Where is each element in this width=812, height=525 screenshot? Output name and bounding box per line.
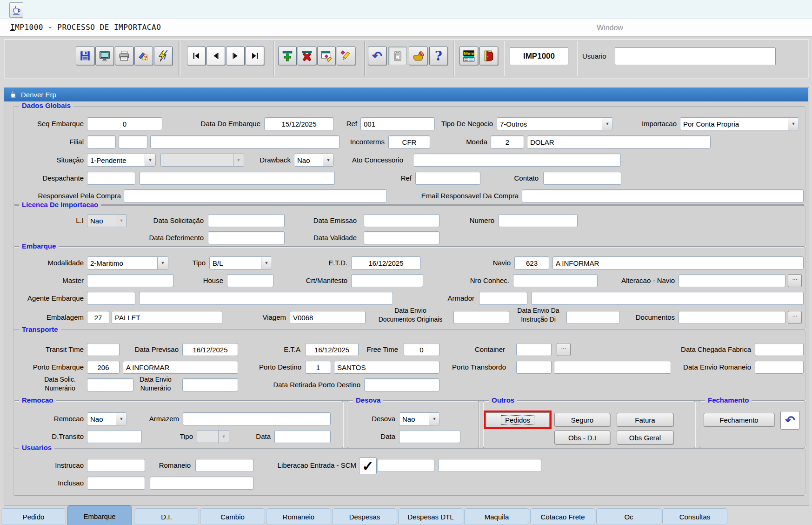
remocao-data-input[interactable] <box>274 430 331 443</box>
data-envio-doc-input[interactable] <box>453 311 509 324</box>
data-chegada-fabrica-input[interactable] <box>755 343 804 356</box>
tab-despesas[interactable]: Despesas <box>332 508 397 525</box>
frame-title-bar[interactable]: Denver Erp <box>4 88 808 101</box>
instrucao-input[interactable] <box>87 459 145 472</box>
transit-time-input[interactable] <box>87 343 120 356</box>
embalagem-code-input[interactable]: 27 <box>87 311 109 324</box>
crt-manifesto-input[interactable] <box>351 274 423 287</box>
embalagem-name-input[interactable]: PALLET <box>112 311 222 324</box>
ato-concessorio-input[interactable] <box>413 154 621 167</box>
delete-record-button[interactable] <box>298 47 316 65</box>
moeda-code-input[interactable]: 2 <box>491 135 524 148</box>
tab-despesas-dtl[interactable]: Despesas DTL <box>398 508 463 525</box>
drawback-select[interactable]: Nao <box>294 154 334 167</box>
data-solicitacao-input[interactable] <box>208 214 285 227</box>
data-deferimento-input[interactable] <box>208 231 285 244</box>
armador-name-input[interactable] <box>531 292 804 305</box>
inclusao-name-input[interactable] <box>150 477 253 490</box>
screen-button[interactable] <box>95 47 114 65</box>
navio-code-input[interactable]: 623 <box>514 256 549 269</box>
tab-oc[interactable]: Oc <box>596 508 661 525</box>
obs-di-button[interactable]: Obs - D.I <box>554 431 610 444</box>
tab-romaneio[interactable]: Romaneio <box>266 508 331 525</box>
situacao-extra-select[interactable] <box>160 154 244 167</box>
despachante-code-input[interactable] <box>87 172 135 185</box>
porto-destino-name-input[interactable]: SANTOS <box>334 361 439 374</box>
java-app-button[interactable] <box>9 2 23 18</box>
liberacao-name-input[interactable] <box>438 459 541 472</box>
porto-transbordo-name-input[interactable] <box>554 361 671 374</box>
house-input[interactable] <box>227 274 273 287</box>
data-do-embarque-input[interactable]: 15/12/2025 <box>264 117 334 130</box>
undo-button[interactable]: ↶ <box>368 47 386 65</box>
remocao-select[interactable]: Nao <box>87 412 127 425</box>
inconterms-input[interactable]: CFR <box>388 135 430 148</box>
pedidos-button[interactable]: Pedidos <box>486 412 550 427</box>
tab-cambio[interactable]: Cambio <box>200 508 265 525</box>
obs-geral-button[interactable]: Obs Geral <box>617 431 673 444</box>
liberacao-scm-checkbox[interactable]: ✓ <box>359 458 377 474</box>
ref-input[interactable]: 001 <box>360 117 435 130</box>
dtransito-input[interactable] <box>87 430 142 443</box>
tab-maquila[interactable]: Maquila <box>464 508 529 525</box>
print-button[interactable] <box>115 47 133 65</box>
porto-transbordo-code-input[interactable] <box>516 361 552 374</box>
despachante-name-input[interactable] <box>140 172 335 185</box>
fechamento-button[interactable]: Fechamento <box>704 413 774 427</box>
remocao-tipo-select[interactable] <box>197 430 229 443</box>
documentos-browse-button[interactable]: ... <box>788 311 802 324</box>
container-input[interactable] <box>516 343 552 356</box>
li-select[interactable]: Nao <box>87 214 127 227</box>
menu-button[interactable]: Menu <box>459 47 478 65</box>
seq-embarque-input[interactable]: 0 <box>87 117 162 130</box>
tab-cotacao-frete[interactable]: Cotacao Frete <box>530 508 595 525</box>
edit-record-button[interactable] <box>317 47 336 65</box>
inclusao-input[interactable] <box>87 477 145 490</box>
liberacao-user-input[interactable] <box>378 459 434 472</box>
master-input[interactable] <box>87 274 173 287</box>
desova-data-input[interactable] <box>399 430 460 443</box>
nro-conhec-input[interactable] <box>513 274 598 287</box>
armazem-input[interactable] <box>183 412 331 425</box>
situacao-select[interactable]: 1-Pendente <box>87 154 156 167</box>
importacao-select[interactable]: Por Conta Propria <box>680 117 799 130</box>
filial-code2-input[interactable] <box>119 135 147 148</box>
previous-record-button[interactable] <box>206 47 225 65</box>
tab-consultas[interactable]: Consultas <box>662 508 727 525</box>
eta-input[interactable]: 16/12/2025 <box>305 343 359 356</box>
usuario-input[interactable] <box>615 47 776 65</box>
exit-button[interactable] <box>479 47 498 65</box>
menu-item-window[interactable]: Window <box>597 24 623 32</box>
seguro-button[interactable]: Seguro <box>554 413 610 427</box>
data-validade-input[interactable] <box>364 231 439 244</box>
last-record-button[interactable] <box>246 47 264 65</box>
moeda-name-input[interactable]: DOLAR <box>527 135 711 148</box>
execute-button[interactable] <box>154 47 173 65</box>
email-resp-input[interactable] <box>522 189 804 202</box>
viagem-input[interactable]: V0068 <box>290 311 366 324</box>
agente-name-input[interactable] <box>139 292 393 305</box>
save-button[interactable] <box>76 47 94 65</box>
next-record-button[interactable] <box>226 47 245 65</box>
modalidade-select[interactable]: 2-Maritimo <box>87 256 168 269</box>
romaneio-input[interactable] <box>195 459 253 472</box>
commit-button[interactable] <box>409 47 427 65</box>
tipo-embarque-select[interactable]: B/L <box>209 256 272 269</box>
navio-name-input[interactable]: A INFORMAR <box>552 256 804 269</box>
contato-input[interactable] <box>543 172 621 185</box>
resp-compra-input[interactable] <box>124 189 387 202</box>
tab-di[interactable]: D.I. <box>134 508 199 525</box>
etd-input[interactable]: 16/12/2025 <box>351 256 421 269</box>
armador-code-input[interactable] <box>479 292 527 305</box>
fechamento-undo-button[interactable]: ↶ <box>780 411 800 430</box>
fatura-button[interactable]: Fatura <box>617 413 673 427</box>
tipo-negocio-select[interactable]: 7-Outros <box>497 117 613 130</box>
program-code-field[interactable]: IMP1000 <box>510 47 568 65</box>
container-browse-button[interactable]: ... <box>557 343 571 356</box>
lookup-button[interactable] <box>337 47 355 65</box>
filial-name-input[interactable] <box>150 135 339 148</box>
data-retirada-input[interactable] <box>364 378 439 391</box>
query-check-button[interactable]: ? <box>134 47 153 65</box>
agente-code-input[interactable] <box>87 292 135 305</box>
data-envio-romaneio-input[interactable] <box>755 361 804 374</box>
